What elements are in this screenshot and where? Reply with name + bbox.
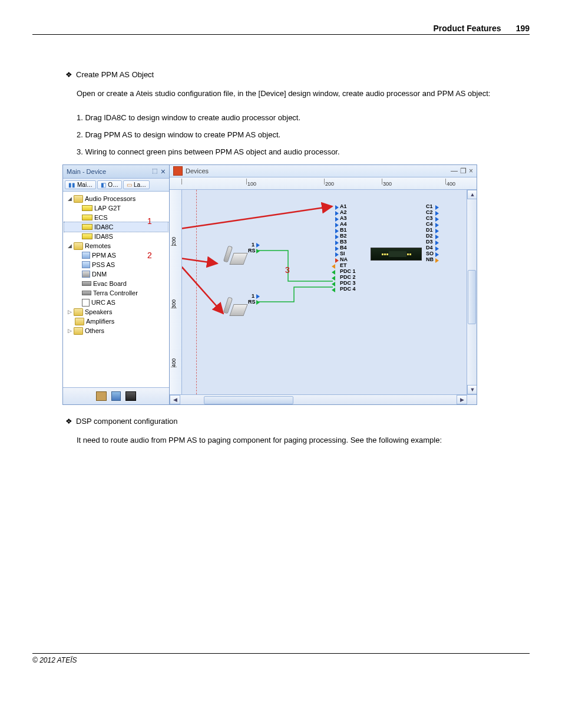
left-panel-title: Main - Device (67, 168, 106, 175)
svg-line-0 (182, 206, 332, 229)
tree-item-ida8c[interactable]: IDA8C (64, 222, 168, 232)
chip-icon (82, 224, 92, 230)
devices-title-icon (173, 166, 183, 176)
design-canvas[interactable]: 1 RS 1 RS 3 A1 A2 (182, 190, 467, 394)
section1-intro: Open or create a Ateis studio configurat… (77, 87, 530, 100)
pin-label-1: 1 (252, 242, 254, 248)
device-icon (82, 271, 90, 278)
callout-2: 2 (147, 251, 152, 260)
tree-item-ppm-as[interactable]: PPM AS (64, 251, 168, 260)
canvas-titlebar: Devices — ❐ × (170, 165, 477, 177)
left-panel-footer (63, 387, 169, 404)
footer-btn-2[interactable] (111, 391, 121, 401)
device-icon (82, 252, 90, 259)
ida8c-object[interactable] (371, 248, 422, 261)
pin-label-rs: RS (248, 248, 256, 253)
pin-icon[interactable] (256, 243, 260, 248)
scroll-up-button[interactable]: ▲ (467, 190, 477, 199)
pin-label-rs: RS (248, 299, 256, 305)
scroll-thumb[interactable] (468, 270, 476, 324)
page-header: Product Features 199 (32, 24, 530, 35)
section2-title-text: DSP component configuration (76, 417, 177, 426)
step-2: 2. Drag PPM AS to design window to creat… (77, 130, 530, 139)
footer-btn-3[interactable] (125, 391, 136, 401)
section1-title-text: Create PPM AS Object (76, 70, 154, 79)
folder-icon (74, 242, 83, 250)
svg-line-1 (182, 258, 217, 263)
left-panel: Main - Device ▮▮Mai… ◧O… ▭La… ◢Audio Pro… (63, 165, 170, 404)
app-screenshot: Main - Device ▮▮Mai… ◧O… ▭La… ◢Audio Pro… (62, 164, 530, 405)
pin-icon[interactable] (256, 294, 260, 299)
folder-icon (74, 308, 83, 316)
arrow-annotations (182, 190, 467, 394)
ruler-vertical: 200 300 400 (170, 190, 182, 394)
tab-la[interactable]: ▭La… (123, 180, 150, 189)
pin-icon[interactable] (152, 167, 157, 176)
device-icon (82, 291, 91, 295)
tab-main[interactable]: ▮▮Mai… (65, 180, 96, 189)
pin-label-1: 1 (252, 293, 254, 299)
scroll-down-button[interactable]: ▼ (467, 385, 477, 394)
close-icon[interactable] (161, 167, 166, 176)
section2-title: DSP component configuration (65, 417, 530, 426)
callout-1: 1 (147, 216, 152, 226)
pin-icon[interactable] (256, 249, 260, 253)
section1-title: Create PPM AS Object (65, 70, 530, 79)
tab-o[interactable]: ◧O… (97, 180, 122, 189)
scroll-thumb[interactable] (204, 396, 293, 404)
restore-icon[interactable]: ❐ (460, 167, 467, 175)
minimize-icon[interactable]: — (451, 167, 458, 175)
panel-tabs: ▮▮Mai… ◧O… ▭La… (63, 179, 169, 192)
device-icon (82, 281, 91, 286)
device-icon (82, 261, 90, 268)
pin-icon[interactable] (256, 300, 260, 305)
folder-icon (75, 318, 84, 325)
folder-icon (74, 327, 83, 335)
chip-icon (82, 233, 92, 239)
step-3: 3. Wiring to connect green pins between … (77, 147, 530, 156)
bullet-icon (65, 417, 72, 426)
canvas-title-text: Devices (186, 167, 209, 174)
bullet-icon (65, 70, 72, 79)
folder-icon (74, 195, 83, 203)
app-window: Main - Device ▮▮Mai… ◧O… ▭La… ◢Audio Pro… (62, 164, 477, 405)
ruler-horizontal: 100 200 300 400 (170, 177, 477, 190)
header-title: Product Features (434, 24, 501, 33)
close-window-icon[interactable]: × (469, 167, 473, 175)
left-panel-titlebar: Main - Device (63, 165, 169, 179)
page-number: 199 (516, 24, 530, 33)
callout-3: 3 (285, 265, 290, 275)
scroll-right-button[interactable]: ▶ (457, 395, 467, 404)
canvas-panel: Devices — ❐ × 100 200 300 400 200 300 40… (170, 165, 477, 404)
chip-icon (82, 205, 92, 211)
page-footer: © 2012 ATEÏS (32, 653, 530, 664)
device-icon (82, 299, 90, 307)
scroll-left-button[interactable]: ◀ (170, 395, 180, 404)
device-tree[interactable]: ◢Audio Processors LAP G2T ECS IDA8C IDA8… (63, 192, 169, 387)
svg-line-2 (182, 261, 223, 314)
scrollbar-vertical[interactable]: ▲ ▼ (467, 190, 477, 394)
section2-intro: It need to route audio from PPM AS to pa… (77, 434, 530, 447)
footer-btn-1[interactable] (96, 391, 107, 401)
ppm-object-1[interactable] (223, 246, 247, 263)
step-1: 1. Drag IDA8C to design window to create… (77, 113, 530, 122)
ppm-object-2[interactable] (223, 297, 247, 315)
chip-icon (82, 215, 92, 220)
scrollbar-horizontal[interactable]: ◀ ▶ (170, 394, 477, 404)
